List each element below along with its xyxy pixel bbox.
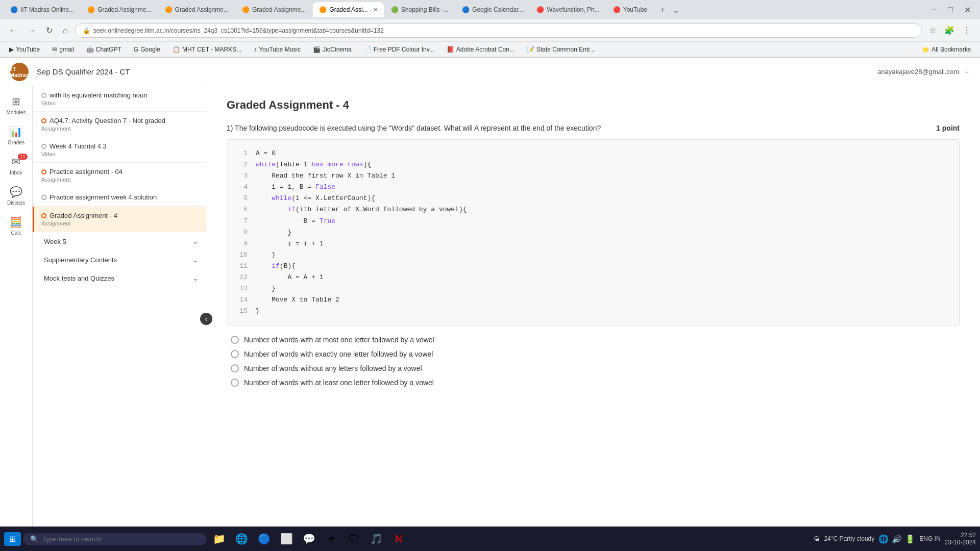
search-input[interactable]: [42, 535, 200, 543]
option-item-2[interactable]: Number of words with exactly one letter …: [231, 350, 960, 358]
tab-wave[interactable]: 🔴 Wavefunction, Ph...: [530, 2, 606, 17]
taskbar-app-edge[interactable]: 🌐: [231, 529, 252, 549]
sidebar-item-tutorial43[interactable]: Week 4 Tutorial 4.3 Video: [33, 137, 206, 163]
sidebar-section-week5[interactable]: Week 5 ⌄: [33, 232, 206, 251]
taskbar-app-chrome[interactable]: 🔵: [254, 529, 274, 549]
taskbar-app-netflix[interactable]: N: [388, 529, 409, 549]
back-button[interactable]: ←: [6, 24, 20, 37]
new-tab-button[interactable]: ＋: [656, 3, 669, 17]
sidebar-item-graded4[interactable]: Graded Assignment - 4 Assignment: [33, 207, 206, 232]
bookmark-adobe[interactable]: 📕 Adobe Acrobat Con...: [443, 45, 519, 54]
tab-iitm[interactable]: 🔵 IIT Madras Online...: [4, 2, 80, 17]
taskbar-app-file[interactable]: 📁: [209, 529, 229, 549]
bookmark-gmail[interactable]: ✉ gmail: [48, 45, 78, 54]
bookmark-star-icon[interactable]: ☆: [926, 23, 939, 37]
sidebar-item-sub-noun: Video: [41, 100, 199, 106]
taskbar-search[interactable]: 🔍: [23, 533, 207, 545]
sidebar-section-supplementary[interactable]: Supplementary Contents ⌄: [33, 251, 206, 269]
bookmark-google[interactable]: G Google: [130, 45, 164, 54]
bookmark-jiocinema[interactable]: 🎬 JioCinema: [309, 45, 356, 54]
option-radio-3[interactable]: [231, 364, 239, 372]
battery-icon[interactable]: 🔋: [905, 534, 915, 544]
line-num-1: 1: [237, 148, 248, 159]
mhtcet-bm-icon: 📋: [173, 46, 180, 53]
volume-icon[interactable]: 🔊: [892, 534, 902, 544]
sidebar-collapse-button[interactable]: ‹: [200, 313, 212, 325]
option-item-3[interactable]: Number of words without any letters foll…: [231, 364, 960, 372]
sidebar-item-noun-video[interactable]: with its equivalent matching noun Video: [33, 86, 206, 112]
option-item-1[interactable]: Number of words with at most one letter …: [231, 336, 960, 344]
tab-label-active: Graded Assi...: [329, 6, 368, 13]
option-text-1: Number of words with at most one letter …: [244, 336, 434, 344]
sidebar-section-mock[interactable]: Mock tests and Quizzes ⌄: [33, 269, 206, 287]
tab-favicon-yt: 🔴: [613, 6, 620, 13]
option-item-4[interactable]: Number of words with at least one letter…: [231, 379, 960, 387]
nav-discuss[interactable]: 💬 Discuss: [2, 182, 31, 210]
tab-graded1[interactable]: 🟠 Graded Assignme...: [81, 2, 157, 17]
network-icon[interactable]: 🌐: [878, 534, 889, 544]
url-bar[interactable]: 🔒 seek.onlinedegree.iitm.ac.in/courses/n…: [75, 23, 922, 38]
sidebar-item-practice-sol[interactable]: Practice assignment week 4 solution: [33, 188, 206, 207]
tab-label: Graded Assignme...: [252, 6, 306, 13]
option-radio-1[interactable]: [231, 336, 239, 344]
tab-youtube[interactable]: 🔴 YouTube: [607, 2, 653, 17]
status-dot-tut43: [41, 144, 46, 149]
tab-graded-active[interactable]: 🟠 Graded Assi... ✕: [313, 2, 383, 17]
tab-graded2[interactable]: 🟠 Graded Assignme...: [159, 2, 235, 17]
tab-label: IIT Madras Online...: [20, 6, 74, 13]
sidebar-item-title-prac04: Practice assignment - 04: [50, 168, 122, 176]
option-radio-2[interactable]: [231, 350, 239, 358]
nav-calc[interactable]: 🧮 Calc: [2, 212, 31, 240]
close-button[interactable]: ✕: [959, 3, 976, 17]
taskbar-app-shield[interactable]: 🛡: [344, 529, 364, 549]
extension-icon[interactable]: 🧩: [941, 23, 958, 37]
home-button[interactable]: ⌂: [60, 24, 71, 37]
youtube-bm-icon: ▶: [9, 46, 14, 53]
bookmark-state[interactable]: 📝 State Common Entr...: [523, 45, 599, 54]
gmail-bm-icon: ✉: [52, 46, 57, 53]
tab-favicon-wave: 🔴: [536, 6, 544, 13]
bookmark-youtube[interactable]: ▶ YouTube: [5, 45, 44, 54]
tab-actions: ＋ ⌄: [656, 3, 681, 17]
grades-label: Grades: [8, 140, 24, 145]
bookmark-ytmusic[interactable]: ♪ YouTube Music: [250, 45, 305, 54]
taskbar-app-telegram[interactable]: ✈: [321, 529, 341, 549]
tab-close-button[interactable]: ✕: [373, 7, 378, 13]
sidebar-item-title-tut43: Week 4 Tutorial 4.3: [50, 142, 107, 150]
maximize-button[interactable]: □: [943, 3, 958, 17]
sidebar-item-aq47[interactable]: AQ4.7: Activity Question 7 - Not graded …: [33, 112, 206, 137]
tab-shopping[interactable]: 🟢 Shopping Bills -...: [385, 2, 455, 17]
code-line-14: 14 Move X to Table 2: [237, 294, 949, 306]
bookmark-chatgpt[interactable]: 🤖 ChatGPT: [82, 45, 126, 54]
tab-list-button[interactable]: ⌄: [671, 3, 681, 17]
start-button[interactable]: ⊞: [4, 532, 21, 546]
minimize-button[interactable]: ─: [926, 3, 942, 17]
lock-icon: 🔒: [83, 27, 90, 34]
question-points: 1 point: [936, 124, 960, 132]
line-num-12: 12: [237, 272, 248, 283]
bookmark-pdf[interactable]: 📄 Free PDF Colour Inv...: [360, 45, 438, 54]
option-radio-4[interactable]: [231, 379, 239, 387]
tab-calendar[interactable]: 🔵 Google Calendar...: [456, 2, 529, 17]
forward-button[interactable]: →: [24, 24, 39, 37]
sidebar-item-practice04[interactable]: Practice assignment - 04 Assignment: [33, 163, 206, 188]
line-num-11: 11: [237, 261, 248, 272]
line-num-5: 5: [237, 193, 248, 204]
nav-grades[interactable]: 📊 Grades: [2, 121, 31, 149]
chatgpt-bm-icon: 🤖: [86, 46, 94, 53]
logout-icon[interactable]: →: [963, 68, 970, 76]
taskbar-app-music[interactable]: 🎵: [366, 529, 386, 549]
nav-modules[interactable]: ⊞ Modules: [2, 91, 31, 119]
taskbar-app-taskview[interactable]: ⬜: [276, 529, 297, 549]
bookmark-all[interactable]: ⭐ All Bookmarks: [918, 45, 975, 54]
address-bar: ← → ↻ ⌂ 🔒 seek.onlinedegree.iitm.ac.in/c…: [0, 19, 980, 42]
mock-section-title: Mock tests and Quizzes: [44, 274, 114, 282]
taskbar-app-chat[interactable]: 💬: [299, 529, 319, 549]
app-container: ⊞ Modules 📊 Grades ✉ 11 Inbox 💬 Discuss …: [0, 86, 980, 551]
adobe-bm-icon: 📕: [447, 46, 454, 53]
bookmark-mhtcet[interactable]: 📋 MHT CET - MARKS...: [168, 45, 246, 54]
settings-icon[interactable]: ⋮: [960, 23, 974, 37]
tab-graded3[interactable]: 🟠 Graded Assignme...: [236, 2, 312, 17]
nav-inbox[interactable]: ✉ 11 Inbox: [2, 152, 31, 180]
refresh-button[interactable]: ↻: [43, 23, 56, 37]
